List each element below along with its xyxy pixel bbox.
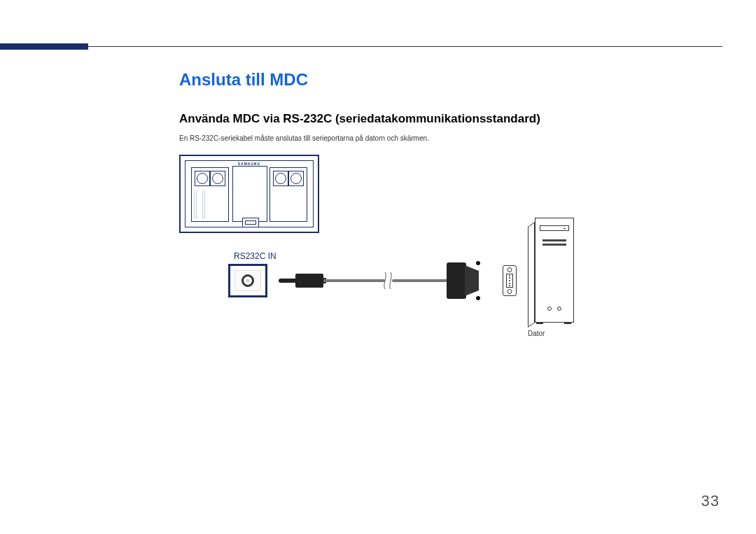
- page-title: Ansluta till MDC: [179, 70, 714, 90]
- page-number: 33: [701, 492, 720, 510]
- cable-segment: [392, 279, 448, 282]
- header-divider: [34, 46, 722, 47]
- rs232c-in-jack: [228, 264, 267, 297]
- section-subtitle: Använda MDC via RS-232C (seriedatakommun…: [179, 112, 714, 126]
- db9-connector-icon: [447, 262, 479, 299]
- port-label: RS232C IN: [234, 251, 276, 261]
- page-content: Ansluta till MDC Använda MDC via RS-232C…: [179, 70, 714, 337]
- computer-tower-illustration: [528, 218, 574, 323]
- pc-serial-port-icon: [503, 265, 517, 296]
- connection-diagram: SAMSUNG RS232C IN: [179, 155, 613, 337]
- stereo-plug-icon: [281, 272, 323, 289]
- header-accent-bar: [0, 43, 88, 50]
- computer-label: Dator: [528, 330, 545, 337]
- cable-segment: [323, 279, 385, 282]
- display-rear-illustration: SAMSUNG: [179, 155, 319, 233]
- body-text: En RS-232C-seriekabel måste anslutas til…: [179, 134, 714, 142]
